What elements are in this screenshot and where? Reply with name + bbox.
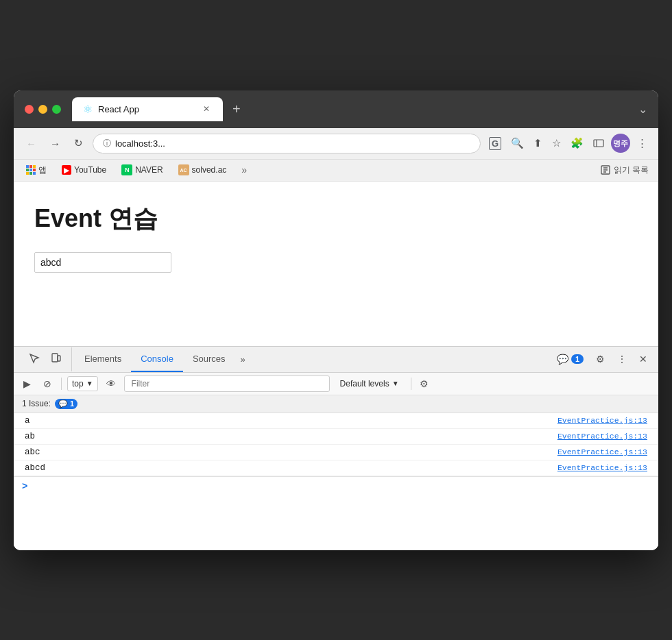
- eye-icon: 👁: [106, 378, 116, 389]
- browser-window: ⚛ React App ✕ + ⌄ ← → ↻ ⓘ localhost:3...…: [14, 90, 658, 550]
- window-menu-button[interactable]: ⌄: [638, 103, 647, 116]
- log-entry-1: ab EventPractice.js:13: [14, 429, 658, 445]
- devtools-panel: Elements Console Sources » 💬 1 ⚙ ⋮: [14, 346, 658, 550]
- fullscreen-traffic-light[interactable]: [52, 105, 61, 114]
- svg-rect-15: [52, 354, 58, 362]
- devtools-badge-button[interactable]: 💬 1: [551, 349, 589, 369]
- log-link-2[interactable]: EventPractice.js:13: [557, 447, 647, 456]
- media-button[interactable]: [590, 135, 607, 151]
- forward-button[interactable]: →: [46, 135, 64, 152]
- svg-rect-9: [29, 172, 32, 175]
- console-gear-icon: ⚙: [420, 378, 429, 389]
- bookmark-naver[interactable]: N NAVER: [119, 163, 165, 177]
- issue-badge-count: 1: [70, 399, 74, 408]
- bookmark-youtube[interactable]: ▶ YouTube: [59, 164, 109, 176]
- default-levels-button[interactable]: Default levels ▼: [334, 376, 405, 391]
- console-input[interactable]: [32, 482, 650, 491]
- devtools-more-button[interactable]: ⋮: [612, 349, 632, 369]
- page-heading: Event 연습: [34, 202, 638, 236]
- devtools-close-button[interactable]: ✕: [634, 349, 653, 369]
- svg-rect-16: [58, 356, 60, 361]
- refresh-button[interactable]: ↻: [70, 134, 87, 152]
- log-text-3: abcd: [25, 463, 45, 473]
- more-tabs-button[interactable]: »: [235, 347, 251, 371]
- bookmarks-bar: 앱 ▶ YouTube N NAVER AC solved.ac » 읽기 목록: [14, 160, 658, 182]
- bookmark-button[interactable]: ☆: [549, 134, 564, 152]
- more-button[interactable]: ⋮: [634, 134, 650, 152]
- share-button[interactable]: ⬆: [531, 134, 545, 152]
- run-icon: ▶: [23, 378, 31, 389]
- apps-icon: [26, 165, 36, 175]
- translate-button[interactable]: G: [486, 134, 504, 153]
- svg-rect-3: [29, 165, 32, 168]
- media-icon: [593, 138, 604, 149]
- devtools-more-icon: ⋮: [617, 354, 627, 365]
- svg-rect-4: [33, 165, 36, 168]
- reading-list-button[interactable]: 읽기 목록: [600, 164, 649, 176]
- filter-input[interactable]: [124, 376, 330, 392]
- lock-icon: ⓘ: [103, 138, 111, 149]
- devtools-inspect-button[interactable]: [25, 347, 44, 371]
- context-selector[interactable]: top ▼: [67, 376, 98, 391]
- tab-close-button[interactable]: ✕: [201, 103, 212, 114]
- share-icon: ⬆: [533, 137, 542, 149]
- naver-label: NAVER: [135, 165, 163, 175]
- devtools-close-icon: ✕: [639, 354, 647, 365]
- tab-elements[interactable]: Elements: [75, 347, 131, 372]
- zoom-button[interactable]: 🔍: [508, 134, 527, 152]
- profile-button[interactable]: 명주: [611, 134, 630, 153]
- title-bar: ⚛ React App ✕ + ⌄: [14, 90, 658, 128]
- toolbar-divider-2: [411, 378, 411, 390]
- log-text-1: ab: [25, 432, 35, 441]
- minimize-traffic-light[interactable]: [38, 105, 47, 114]
- svg-rect-10: [33, 172, 36, 175]
- tab-title: React App: [98, 104, 195, 114]
- console-settings-button[interactable]: ⚙: [417, 376, 431, 392]
- nav-bar: ← → ↻ ⓘ localhost:3... G 🔍 ⬆ ☆ 🧩: [14, 128, 658, 160]
- log-entry-3: abcd EventPractice.js:13: [14, 460, 658, 476]
- new-tab-button[interactable]: +: [227, 99, 246, 120]
- browser-tab-react[interactable]: ⚛ React App ✕: [72, 97, 223, 121]
- devtools-settings-button[interactable]: ⚙: [590, 349, 610, 369]
- address-bar[interactable]: ⓘ localhost:3...: [93, 134, 481, 153]
- issue-badge: 💬 1: [55, 399, 77, 409]
- reading-list-icon: [600, 164, 611, 175]
- address-text: localhost:3...: [115, 138, 470, 149]
- devtools-device-button[interactable]: [47, 347, 66, 371]
- context-dropdown-icon: ▼: [86, 380, 93, 387]
- bookmark-apps[interactable]: 앱: [23, 163, 49, 177]
- event-input[interactable]: [34, 252, 171, 273]
- back-button[interactable]: ←: [22, 135, 40, 152]
- traffic-lights: [25, 105, 61, 114]
- log-link-1[interactable]: EventPractice.js:13: [557, 432, 647, 441]
- eye-button[interactable]: 👁: [102, 376, 120, 392]
- tab-console[interactable]: Console: [131, 347, 183, 372]
- log-entry-0: a EventPractice.js:13: [14, 413, 658, 429]
- log-link-3[interactable]: EventPractice.js:13: [557, 463, 647, 472]
- devtools-icon-group: [19, 347, 72, 371]
- devtools-actions: 💬 1 ⚙ ⋮ ✕: [551, 349, 653, 369]
- close-traffic-light[interactable]: [25, 105, 34, 114]
- extensions-button[interactable]: 🧩: [568, 134, 586, 152]
- tab-sources[interactable]: Sources: [183, 347, 235, 372]
- solved-label: solved.ac: [192, 165, 227, 175]
- issue-badge-icon: 💬: [58, 399, 68, 408]
- console-input-row: >: [14, 476, 658, 496]
- svg-rect-8: [26, 172, 29, 175]
- youtube-label: YouTube: [74, 165, 106, 175]
- issues-bar[interactable]: 1 Issue: 💬 1: [14, 395, 658, 413]
- bookmark-solved[interactable]: AC solved.ac: [176, 163, 230, 177]
- run-button[interactable]: ▶: [19, 376, 35, 392]
- context-label: top: [72, 379, 84, 389]
- translate-icon: G: [489, 137, 501, 150]
- apps-label: 앱: [38, 164, 47, 176]
- log-link-0[interactable]: EventPractice.js:13: [557, 416, 647, 425]
- tab-bar: ⚛ React App ✕ +: [72, 97, 632, 121]
- block-button[interactable]: ⊘: [39, 376, 56, 392]
- svg-rect-2: [26, 165, 29, 168]
- more-icon: ⋮: [637, 137, 647, 149]
- block-icon: ⊘: [43, 378, 51, 389]
- zoom-icon: 🔍: [511, 137, 524, 149]
- nav-icons: G 🔍 ⬆ ☆ 🧩 명주: [486, 134, 650, 153]
- more-bookmarks-button[interactable]: »: [241, 164, 247, 175]
